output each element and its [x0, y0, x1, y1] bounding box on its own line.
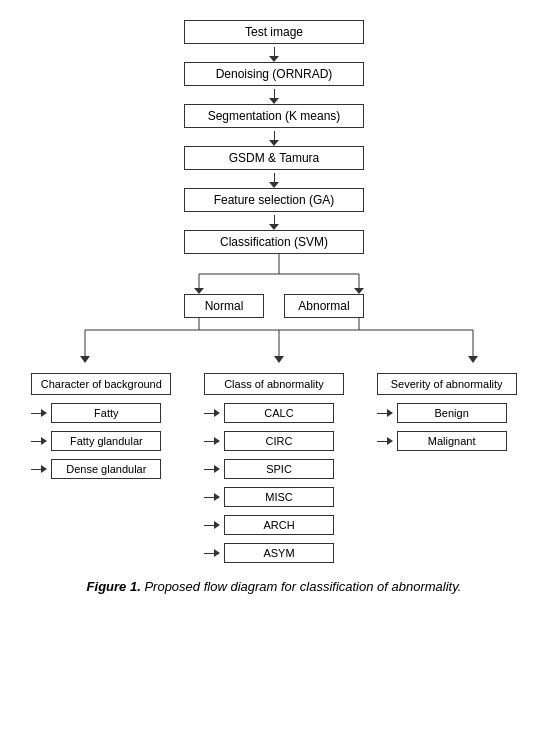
arrow-5 [274, 212, 275, 230]
box-normal: Normal [184, 294, 264, 318]
list-item: Fatty [31, 403, 161, 423]
three-col-connector-svg [15, 318, 533, 363]
arrow-calc [204, 409, 220, 417]
box-benign: Benign [397, 403, 507, 423]
col-class: Class of abnormality CALC CIRC SPIC MIS [188, 373, 361, 563]
box-classification: Classification (SVM) [184, 230, 364, 254]
list-item: Dense glandular [31, 459, 161, 479]
list-item: Benign [377, 403, 507, 423]
box-feature-selection: Feature selection (GA) [184, 188, 364, 212]
col-background: Character of background Fatty Fatty glan… [15, 373, 188, 479]
list-item: Fatty glandular [31, 431, 161, 451]
arrow-1 [274, 44, 275, 62]
list-item: Malignant [377, 431, 507, 451]
list-item: ARCH [204, 515, 334, 535]
arrow-spic [204, 465, 220, 473]
svg-marker-14 [468, 356, 478, 363]
list-item: ASYM [204, 543, 334, 563]
split-row: Normal Abnormal [15, 294, 533, 318]
box-misc: MISC [224, 487, 334, 507]
arrow-arch [204, 521, 220, 529]
list-item: MISC [204, 487, 334, 507]
arrow-malignant [377, 437, 393, 445]
arrow-dense-glandular [31, 465, 47, 473]
list-item: SPIC [204, 459, 334, 479]
box-circ: CIRC [224, 431, 334, 451]
three-columns: Character of background Fatty Fatty glan… [15, 373, 533, 563]
box-severity-header: Severity of abnormality [377, 373, 517, 395]
arrow-2 [274, 86, 275, 104]
top-chain: Test image Denoising (ORNRAD) Segmentati… [15, 20, 533, 254]
col-severity: Severity of abnormality Benign Malignant [360, 373, 533, 451]
box-dense-glandular: Dense glandular [51, 459, 161, 479]
box-denoising: Denoising (ORNRAD) [184, 62, 364, 86]
box-fatty-glandular: Fatty glandular [51, 431, 161, 451]
col-severity-header: Severity of abnormality [377, 373, 517, 395]
split-connector-svg [15, 254, 533, 294]
arrow-circ [204, 437, 220, 445]
diagram-container: Test image Denoising (ORNRAD) Segmentati… [10, 10, 538, 604]
col-class-header: Class of abnormality [204, 373, 344, 395]
box-malignant: Malignant [397, 431, 507, 451]
arrow-fatty [31, 409, 47, 417]
box-arch: ARCH [224, 515, 334, 535]
list-item: CALC [204, 403, 334, 423]
arrow-fatty-glandular [31, 437, 47, 445]
figure-caption: Figure 1. Proposed flow diagram for clas… [15, 579, 533, 594]
arrow-3 [274, 128, 275, 146]
box-spic: SPIC [224, 459, 334, 479]
box-segmentation: Segmentation (K means) [184, 104, 364, 128]
box-class-header: Class of abnormality [204, 373, 344, 395]
box-calc: CALC [224, 403, 334, 423]
severity-items: Benign Malignant [377, 403, 517, 451]
list-item: CIRC [204, 431, 334, 451]
arrow-misc [204, 493, 220, 501]
arrow-asym [204, 549, 220, 557]
col-background-header: Character of background [31, 373, 171, 395]
caption-bold: Figure 1. Proposed flow diagram for clas… [87, 579, 462, 594]
background-items: Fatty Fatty glandular Dense glandular [31, 403, 171, 479]
box-background-header: Character of background [31, 373, 171, 395]
svg-marker-10 [80, 356, 90, 363]
box-test-image: Test image [184, 20, 364, 44]
box-abnormal: Abnormal [284, 294, 364, 318]
box-asym: ASYM [224, 543, 334, 563]
svg-marker-12 [274, 356, 284, 363]
class-items: CALC CIRC SPIC MISC ARCH [204, 403, 344, 563]
box-fatty: Fatty [51, 403, 161, 423]
arrow-4 [274, 170, 275, 188]
box-gsdm: GSDM & Tamura [184, 146, 364, 170]
arrow-benign [377, 409, 393, 417]
